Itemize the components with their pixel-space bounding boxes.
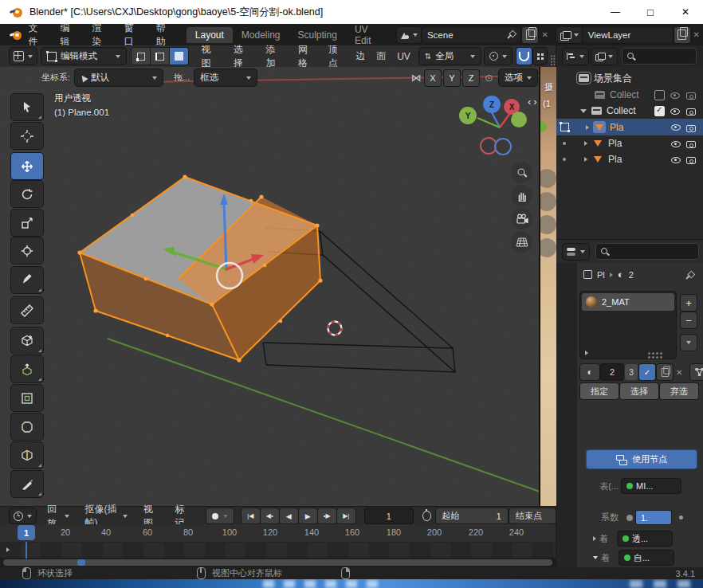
viewport[interactable]: 用户透视 (1) Plane.001 坐标系: 默认 拖... 框选 ⋈ X Y…	[0, 67, 539, 506]
mirror-y-button[interactable]: Y	[444, 70, 460, 86]
new-material-button[interactable]	[657, 364, 673, 380]
scene-type-button[interactable]	[397, 27, 422, 43]
tool-move[interactable]	[11, 153, 43, 179]
pivot-selector[interactable]	[485, 48, 512, 65]
workspace-tab-layout[interactable]: Layout	[187, 27, 233, 43]
tool-rotate[interactable]	[11, 181, 43, 207]
select-button[interactable]: 选择	[620, 383, 658, 399]
surface-shader-dropdown[interactable]: MI...	[622, 479, 681, 493]
render-camera-icon[interactable]	[685, 105, 697, 116]
workspace-tab-modeling[interactable]: Modeling	[233, 27, 289, 43]
scene-unlink-button[interactable]: ✕	[541, 30, 548, 39]
shader-dropdown[interactable]: 自...	[619, 551, 674, 565]
menu-render[interactable]: 渲染	[84, 24, 116, 45]
frame-start-field[interactable]: 起始 1	[436, 508, 508, 523]
expand-arrow[interactable]	[593, 536, 596, 541]
tool-cursor[interactable]	[11, 123, 43, 149]
expand-arrow[interactable]	[580, 109, 587, 113]
menu-face[interactable]: 面	[371, 45, 391, 67]
gizmo-axis-y-neg[interactable]	[511, 112, 527, 127]
expand-arrow[interactable]	[584, 157, 587, 162]
outliner-search[interactable]	[622, 48, 697, 65]
tool-measure[interactable]	[11, 297, 43, 323]
workspace-tab-sculpting[interactable]: Sculpting	[289, 27, 346, 43]
menu-add[interactable]: 添加	[258, 45, 291, 67]
pin-icon[interactable]	[505, 29, 515, 41]
hide-eye-icon[interactable]	[670, 105, 681, 116]
blender-menu-icon[interactable]	[10, 29, 20, 41]
slot-resize-grip[interactable]	[648, 352, 650, 355]
properties-type-button[interactable]	[563, 244, 589, 260]
outliner-row-object-selected[interactable]: Pla	[556, 119, 703, 135]
add-material-slot-button[interactable]: +	[681, 295, 697, 311]
hide-eye-icon[interactable]	[670, 154, 681, 165]
menu-select[interactable]: 选择	[226, 45, 258, 67]
selected-mesh-box[interactable]	[77, 174, 322, 362]
tool-select-box[interactable]	[11, 94, 43, 120]
tool-extrude-region[interactable]	[11, 356, 43, 382]
select-mode-vertex[interactable]	[132, 48, 150, 65]
timeline-tracks[interactable]	[0, 543, 556, 558]
timeline-expand-arrow[interactable]	[6, 547, 10, 552]
tool-bevel[interactable]	[11, 414, 43, 440]
mirror-x-button[interactable]: X	[425, 70, 441, 86]
tool-scale[interactable]	[11, 210, 43, 236]
outliner-row-scene-collection[interactable]: 场景集合	[556, 70, 703, 86]
deselect-button[interactable]: 弃选	[660, 383, 698, 399]
prev-keyframe-button[interactable]: ◀•	[261, 508, 279, 523]
maximize-button[interactable]: □	[633, 0, 668, 24]
viewlayer-new-button[interactable]	[674, 27, 690, 43]
breadcrumb-material[interactable]: 2	[629, 270, 634, 280]
menu-marker[interactable]: 标记	[167, 507, 198, 525]
viewlayer-type-button[interactable]	[556, 27, 583, 43]
jump-to-start-button[interactable]: |◀	[242, 508, 260, 523]
expand-arrow[interactable]	[586, 125, 589, 130]
outliner-display-mode[interactable]	[591, 49, 617, 65]
browse-material-button[interactable]: ◐	[580, 364, 599, 380]
workspace-tab-uvedit[interactable]: UV Edit	[346, 22, 391, 49]
viewport-canvas[interactable]	[0, 67, 539, 506]
material-name-field[interactable]: 2	[601, 364, 623, 380]
proportional-edit-icon[interactable]: ⊙	[485, 72, 493, 84]
render-camera-icon[interactable]	[685, 122, 697, 133]
auto-keyframe-button[interactable]	[206, 508, 234, 523]
hide-eye-icon[interactable]	[670, 89, 681, 100]
select-mode-face[interactable]	[170, 48, 188, 65]
properties-search[interactable]	[595, 243, 699, 260]
outliner-type-button[interactable]	[563, 49, 588, 65]
tool-add-cube[interactable]	[11, 327, 43, 354]
timeline-ruler[interactable]: 20 40 60 80 100 120 140 160 180 200 220 …	[0, 524, 556, 543]
material-slot-active[interactable]: 2_MAT	[582, 293, 674, 311]
exclude-checkbox[interactable]	[654, 90, 665, 100]
timeline-type-button[interactable]	[10, 508, 36, 523]
outliner-row-object[interactable]: Pla	[556, 151, 703, 167]
camera-view-button[interactable]	[511, 208, 532, 229]
select-mode-edge[interactable]	[151, 48, 169, 65]
editor-type-button[interactable]	[10, 48, 37, 65]
menu-uv[interactable]: UV	[391, 45, 416, 67]
menu-window[interactable]: 窗口	[116, 24, 148, 45]
breadcrumb-object[interactable]: Pl	[597, 270, 605, 280]
jump-to-end-button[interactable]: ▶|	[337, 508, 355, 523]
tool-inset-faces[interactable]	[11, 385, 43, 411]
remove-material-slot-button[interactable]: −	[681, 312, 697, 328]
frame-end-field[interactable]: 结束点	[509, 508, 556, 523]
fake-user-shield-button[interactable]: ✓	[639, 364, 655, 380]
scene-new-button[interactable]	[522, 27, 538, 43]
close-button[interactable]: ✕	[668, 0, 703, 24]
users-count-badge[interactable]: 3	[625, 364, 638, 380]
menu-playback[interactable]: 回放	[39, 507, 77, 525]
play-button[interactable]: ▶	[299, 508, 317, 523]
material-slot-list[interactable]: 2_MAT	[580, 292, 676, 359]
menu-view-timeline[interactable]: 视图	[135, 507, 167, 525]
unlink-material-button[interactable]: ✕	[676, 368, 682, 377]
render-camera-icon[interactable]	[685, 138, 697, 149]
render-camera-icon[interactable]	[685, 89, 697, 100]
expand-arrow[interactable]	[584, 141, 587, 146]
ortho-toggle-button[interactable]	[511, 231, 532, 253]
current-frame-badge[interactable]: 1	[18, 525, 35, 540]
menu-vertex[interactable]: 顶点	[323, 45, 351, 67]
collapse-arrow[interactable]	[593, 556, 598, 559]
node-link-dropdown[interactable]	[690, 364, 703, 380]
pan-button[interactable]	[511, 185, 532, 206]
